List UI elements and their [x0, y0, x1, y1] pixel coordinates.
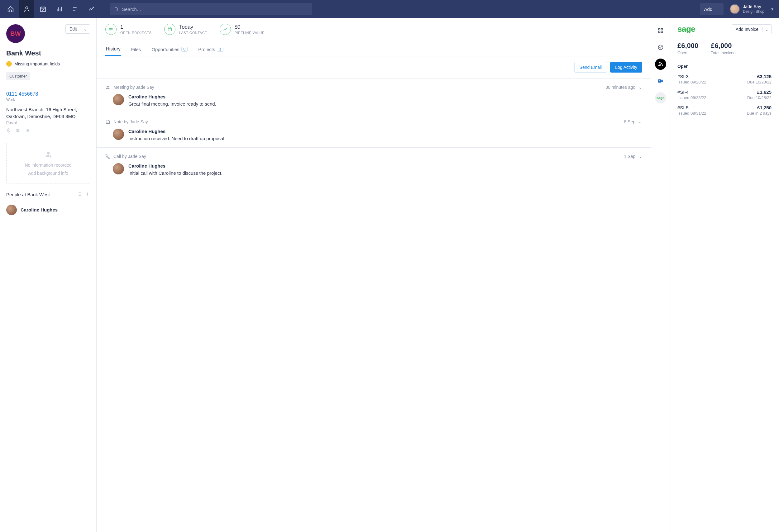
- search-icon: [114, 7, 119, 11]
- calendar-check-icon: [40, 6, 47, 12]
- invoice-row[interactable]: #SI-5Issued 08/31/22 £1,250Due in 2 days: [677, 105, 772, 116]
- nav-pipeline[interactable]: [52, 0, 67, 18]
- phone-link[interactable]: 0111 4556678: [6, 91, 90, 97]
- svg-text:O: O: [659, 80, 660, 82]
- rail-outlook-icon[interactable]: O: [655, 75, 666, 86]
- list-small-icon[interactable]: [25, 128, 30, 134]
- rail-apps-icon[interactable]: [655, 25, 666, 36]
- phone-icon: [105, 154, 110, 159]
- right-panel: sage Add Invoice ⌄ £6,000 Open £6,000 To…: [670, 18, 779, 532]
- person-avatar: [6, 205, 17, 215]
- feed-avatar: [113, 129, 124, 140]
- phone-label: Work: [6, 97, 90, 102]
- svg-point-0: [25, 7, 28, 9]
- trend-icon: [88, 6, 95, 12]
- feed-time: 1 Sep: [624, 154, 635, 159]
- svg-point-3: [8, 130, 9, 131]
- rail-check-icon[interactable]: [655, 42, 666, 53]
- tab-history[interactable]: History: [105, 42, 121, 56]
- map-icon[interactable]: [15, 128, 20, 134]
- chevron-down-icon[interactable]: ⌄: [639, 119, 642, 124]
- stat-open-projects[interactable]: 1OPEN PROJECTS: [105, 24, 152, 35]
- customer-tag[interactable]: Customer: [6, 72, 30, 80]
- tab-files[interactable]: Files: [131, 42, 142, 56]
- chevron-down-icon[interactable]: ⌄: [639, 154, 642, 159]
- nav-tasks[interactable]: [68, 0, 83, 18]
- feed-item: Call by Jade Say 1 Sep⌄ Caroline HughesI…: [97, 148, 651, 182]
- svg-point-7: [108, 86, 109, 87]
- chevron-down-icon[interactable]: ⌄: [81, 26, 90, 31]
- feed-time: 30 minutes ago: [605, 85, 635, 90]
- user-menu[interactable]: Jade Say Design Shop ▾: [730, 4, 773, 14]
- caret-down-icon: ▾: [771, 7, 773, 11]
- feed-time: 8 Sep: [624, 119, 635, 124]
- home-icon: [7, 6, 14, 12]
- rail-sage-icon[interactable]: sage: [655, 92, 666, 104]
- tab-opportunities[interactable]: Opportunities0: [151, 42, 188, 56]
- svg-rect-10: [658, 31, 660, 33]
- feed-avatar: [113, 94, 124, 105]
- svg-rect-8: [658, 28, 660, 30]
- svg-point-13: [658, 65, 659, 66]
- search-box[interactable]: [110, 3, 312, 15]
- svg-rect-16: [661, 80, 663, 82]
- chevron-down-icon[interactable]: ⌄: [639, 85, 642, 90]
- sage-logo: sage: [677, 24, 695, 34]
- log-activity-button[interactable]: Log Activity: [610, 62, 642, 73]
- add-button[interactable]: Add: [700, 3, 724, 15]
- person-row[interactable]: Caroline Hughes: [6, 205, 90, 215]
- search-input[interactable]: [122, 7, 308, 12]
- stat-last-contact[interactable]: TodayLAST CONTACT: [164, 24, 207, 35]
- pin-icon[interactable]: [6, 128, 11, 134]
- svg-rect-4: [168, 28, 171, 31]
- address-label: Postal: [6, 121, 90, 125]
- calendar-icon: [164, 24, 175, 35]
- topbar: Add Jade Say Design Shop ▾: [0, 0, 779, 18]
- nav-contacts[interactable]: [19, 0, 34, 18]
- stat-pipeline-value[interactable]: $0PIPELINE VALUE: [220, 24, 264, 35]
- placeholder-line2: Add background info: [10, 171, 86, 176]
- edit-button[interactable]: Edit ⌄: [65, 24, 90, 34]
- user-sub: Design Shop: [743, 9, 764, 14]
- warning-icon: !: [6, 61, 12, 67]
- background-info-placeholder[interactable]: No information recorded Add background i…: [6, 143, 90, 184]
- invoice-row[interactable]: #SI-3Issued 09/28/22 £3,125Due 10/28/22: [677, 74, 772, 84]
- bars-icon: [56, 6, 63, 12]
- feed-item: Meeting by Jade Say 30 minutes ago⌄ Caro…: [97, 78, 651, 113]
- projects-icon: [105, 24, 117, 35]
- tab-projects[interactable]: Projects1: [197, 42, 224, 56]
- placeholder-line1: No information recorded: [10, 162, 86, 168]
- org-name: Bank West: [6, 49, 90, 57]
- svg-rect-11: [661, 31, 662, 33]
- address: Northwest Branch, 16 High Street, Oaktow…: [6, 106, 90, 120]
- chevron-down-icon[interactable]: ⌄: [762, 27, 771, 32]
- meeting-icon: [105, 85, 110, 90]
- section-open: Open: [677, 64, 772, 69]
- total-open: £6,000 Open: [677, 42, 698, 55]
- rail-feed-icon[interactable]: [655, 59, 666, 70]
- nav-reports[interactable]: [84, 0, 99, 18]
- people-title: People at Bank West: [6, 192, 50, 197]
- person-icon: [23, 6, 30, 12]
- trend-up-icon: [220, 24, 231, 35]
- org-avatar: BW: [6, 24, 25, 43]
- add-invoice-button[interactable]: Add Invoice ⌄: [732, 24, 772, 34]
- feed-avatar: [113, 163, 124, 175]
- nav-home[interactable]: [3, 0, 18, 18]
- integrations-rail: O sage: [651, 18, 670, 532]
- main-panel: 1OPEN PROJECTS TodayLAST CONTACT $0PIPEL…: [97, 18, 651, 532]
- nav-calendar[interactable]: [36, 0, 51, 18]
- people-list-icon[interactable]: [77, 192, 82, 197]
- svg-rect-1: [41, 7, 46, 12]
- invoice-row[interactable]: #SI-4Issued 09/28/22 £1,625Due 10/28/22: [677, 89, 772, 100]
- person-name: Caroline Hughes: [20, 207, 58, 212]
- warning-text: Missing important fields: [14, 61, 60, 66]
- people-add-icon[interactable]: [85, 192, 90, 197]
- svg-point-6: [108, 86, 109, 87]
- warning-row[interactable]: ! Missing important fields: [6, 61, 90, 67]
- svg-point-5: [107, 86, 108, 87]
- edit-label[interactable]: Edit: [66, 26, 81, 31]
- send-email-button[interactable]: Send Email: [574, 62, 607, 73]
- left-panel: BW Edit ⌄ Bank West ! Missing important …: [0, 18, 97, 532]
- svg-rect-9: [661, 28, 662, 30]
